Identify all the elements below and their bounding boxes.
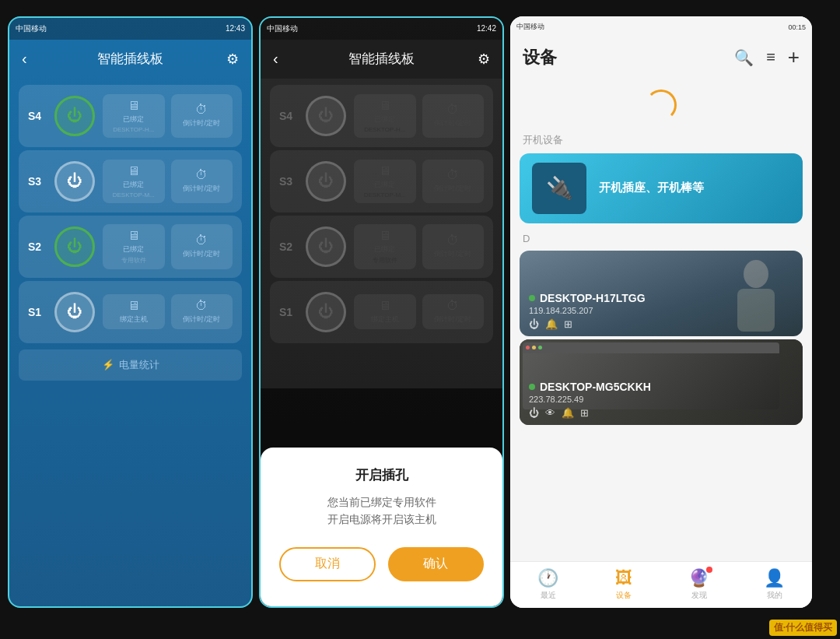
nav-devices-label: 设备 <box>616 590 632 601</box>
outlet-s4-label: S4 <box>28 110 47 122</box>
dialog-cancel-button[interactable]: 取消 <box>279 547 376 581</box>
outlet-s1[interactable]: S1 ⏻ 🖥 绑定主机 ⏱ 倒计时/定时 <box>19 281 242 343</box>
dialog-body: 您当前已绑定专用软件 开启电源将开启该主机 <box>327 493 436 528</box>
dialog-body-line2: 开启电源将开启该主机 <box>327 513 436 525</box>
panel2-outlet-s3-power-button[interactable]: ⏻ <box>306 161 346 202</box>
power-on-icon: ⏻ <box>67 237 82 255</box>
outlet-s2-label: S2 <box>28 241 47 253</box>
nav-item-mine[interactable]: 👤 我的 <box>737 562 812 608</box>
boot-card-text: 开机插座、开机棒等 <box>599 181 704 195</box>
windows-icon[interactable]: ⊞ <box>564 318 572 330</box>
outlet-s2-info: 🖥 已绑定 专用软件 ⏱ 倒计时/定时 <box>103 224 233 269</box>
outlet-s4[interactable]: S4 ⏻ 🖥 已绑定 DESKTOP-H... ⏱ 倒计时/定时 <box>19 85 242 147</box>
outlet-s1-power-button[interactable]: ⏻ <box>54 292 95 332</box>
outlet-s3-timer-card: ⏱ 倒计时/定时 <box>171 160 233 203</box>
dialog-buttons: 取消 确认 <box>279 547 484 581</box>
outlet-s3-timer-label: 倒计时/定时 <box>183 184 220 194</box>
outlet-s1-timer-label: 倒计时/定时 <box>183 314 220 325</box>
outlet-s3-device-card: 🖥 已绑定 DESKTOP-M... <box>103 160 165 203</box>
boot-device-card[interactable]: 🔌 开机插座、开机棒等 <box>520 153 803 223</box>
clock-icon: ⏱ <box>195 299 208 313</box>
search-icon[interactable]: 🔍 <box>734 48 754 67</box>
power-icon[interactable]: ⏻ <box>529 318 539 330</box>
desktop1-name: DESKTOP-H17LTGG <box>529 292 646 304</box>
monitor-icon: 🖥 <box>128 299 140 313</box>
outlet-s3-label: S3 <box>28 175 47 188</box>
monitor-icon: 🖥 <box>128 99 140 113</box>
outlet-s3-bound-label: 已绑定 <box>123 180 144 190</box>
panel2-outlet-s3[interactable]: S3 ⏻ 🖥 已绑定 DESKTOP-M... ⏱ 倒计时/定时 <box>270 150 493 212</box>
panel1-title: 智能插线板 <box>97 50 163 68</box>
power-on-icon: ⏻ <box>67 107 82 125</box>
outlet-s2[interactable]: S2 ⏻ 🖥 已绑定 专用软件 ⏱ 倒计时/定时 <box>19 216 242 278</box>
bell-icon[interactable]: 👁 <box>545 407 555 419</box>
panel2-outlet-s4[interactable]: S4 ⏻ 🖥 已绑定 DESKTOP-H... ⏱ 倒计时/定时 <box>270 85 493 147</box>
panel2-status-bar: 中国移动 12:42 <box>261 18 502 40</box>
nav-item-discover[interactable]: 🔮 发现 <box>661 562 737 608</box>
panel1-status-bar: 中国移动 12:43 <box>9 18 251 40</box>
windows-icon[interactable]: ⊞ <box>580 407 589 419</box>
panel1-back-button[interactable]: ‹ <box>22 50 27 68</box>
outlet-s1-timer-card: ⏱ 倒计时/定时 <box>171 294 233 329</box>
outlet-s2-power-button[interactable]: ⏻ <box>54 226 95 267</box>
discover-badge-container: 🔮 <box>688 568 709 588</box>
online-indicator <box>529 384 535 390</box>
outlet-s4-power-button[interactable]: ⏻ <box>54 96 95 136</box>
bell-icon[interactable]: 🔔 <box>545 318 558 330</box>
outlet-s2-timer-label: 倒计时/定时 <box>183 249 220 259</box>
monitor-icon: 🖥 <box>128 164 140 178</box>
desktop1-action-icons: ⏻ 🔔 ⊞ <box>529 318 646 330</box>
user-nav-icon: 👤 <box>764 568 785 588</box>
nav-item-recent[interactable]: 🕐 最近 <box>510 562 586 608</box>
outlet-s4-info: 🖥 已绑定 DESKTOP-H... ⏱ 倒计时/定时 <box>103 94 233 138</box>
power-icon[interactable]: ⏻ <box>529 407 539 419</box>
clock-icon: ⏱ <box>195 233 208 248</box>
panel2-outlet-s1-power-button[interactable]: ⏻ <box>306 292 346 332</box>
panel1-settings-icon[interactable]: ⚙ <box>226 51 239 68</box>
svg-point-0 <box>744 260 768 288</box>
panel2-carrier: 中国移动 <box>267 23 298 34</box>
outlet-s4-bound-label: 已绑定 <box>123 114 144 125</box>
filter-icon[interactable]: ≡ <box>766 48 775 66</box>
outlet-s3[interactable]: S3 ⏻ 🖥 已绑定 DESKTOP-M... ⏱ 倒计时/定时 <box>19 150 242 212</box>
boot-devices-section-label: 开机设备 <box>510 127 812 150</box>
panel3-carrier: 中国移动 <box>516 22 544 32</box>
panel2-time: 12:42 <box>477 24 496 33</box>
outlet-s2-device-card: 🖥 已绑定 专用软件 <box>103 224 165 269</box>
loading-spinner <box>646 90 677 121</box>
panel3-header: 设备 🔍 ≡ + <box>510 38 812 77</box>
panel2-back-button[interactable]: ‹ <box>273 50 278 68</box>
panel2-smart-strip-dark: 中国移动 12:42 ‹ 智能插线板 ⚙ S4 ⏻ 🖥 已绑定 <box>259 16 504 608</box>
power-off-icon: ⏻ <box>67 172 82 190</box>
power-stats-bar[interactable]: ⚡ 电量统计 <box>19 349 242 381</box>
panel1-smart-strip: 中国移动 12:43 ‹ 智能插线板 ⚙ S4 ⏻ 🖥 <box>8 16 253 608</box>
outlet-s1-label: S1 <box>28 306 47 318</box>
panel1-carrier: 中国移动 <box>16 23 47 34</box>
panel1-time: 12:43 <box>226 24 245 33</box>
dialog-overlay: 开启插孔 您当前已绑定专用软件 开启电源将开启该主机 取消 确认 <box>261 388 502 606</box>
panel3-status-bar: 中国移动 00:15 <box>510 16 812 38</box>
panel2-outlet-s2[interactable]: S2 ⏻ 🖥 已绑定 专用软件 ⏱ 倒计时/定时 <box>270 216 493 278</box>
panel2-settings-icon[interactable]: ⚙ <box>478 51 490 68</box>
panel2-header: ‹ 智能插线板 ⚙ <box>261 40 502 79</box>
plug-icon: 🔌 <box>546 175 573 201</box>
device-card-desktop2[interactable]: DESKTOP-MG5CKKH 223.78.225.49 ⏻ 👁 🔔 ⊞ <box>520 339 803 425</box>
panel1-header: ‹ 智能插线板 ⚙ <box>9 40 251 79</box>
devices-nav-icon: 🖼 <box>615 568 632 588</box>
panel2-outlet-s1[interactable]: S1 ⏻ 🖥 绑定主机 ⏱ 倒计时/定时 <box>270 281 493 343</box>
desktop2-ip: 223.78.225.49 <box>529 395 651 404</box>
online-indicator <box>529 295 535 301</box>
boot-device-image: 🔌 <box>532 163 586 214</box>
dialog-confirm-button[interactable]: 确认 <box>388 547 485 581</box>
bell2-icon[interactable]: 🔔 <box>562 407 574 419</box>
panel2-outlet-s4-power-button[interactable]: ⏻ <box>306 96 346 136</box>
nav-recent-label: 最近 <box>541 590 556 601</box>
outlet-s4-device-card: 🖥 已绑定 DESKTOP-H... <box>103 94 165 138</box>
outlet-s3-power-button[interactable]: ⏻ <box>54 161 95 202</box>
add-icon[interactable]: + <box>788 45 800 69</box>
dialog-title: 开启插孔 <box>355 466 408 484</box>
device-card-desktop1[interactable]: DESKTOP-H17LTGG 119.184.235.207 ⏻ 🔔 ⊞ <box>520 251 803 336</box>
nav-item-devices[interactable]: 🖼 设备 <box>586 562 661 608</box>
panel2-outlet-s2-power-button[interactable]: ⏻ <box>306 226 346 267</box>
watermark: 值·什么值得买 <box>769 620 837 636</box>
